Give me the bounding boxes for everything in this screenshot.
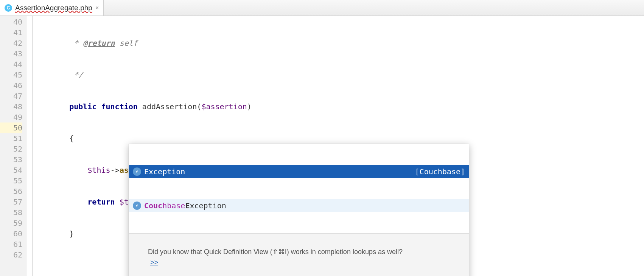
line-number: 44 (0, 59, 22, 70)
tab-filename: AssertionAggregate.php (15, 4, 92, 12)
completion-item[interactable]: CouchbaseException (129, 199, 469, 212)
line-number: 55 (0, 175, 22, 186)
line-number: 60 (0, 228, 22, 239)
editor-area: 4041424344454647484950515253545556575859… (0, 16, 644, 276)
line-number: 53 (0, 154, 22, 165)
fold-column (26, 16, 38, 276)
line-number: 48 (0, 101, 22, 112)
hint-text: Did you know that Quick Definition View … (148, 248, 403, 256)
close-tab-icon[interactable]: × (95, 5, 99, 11)
code-line: * @return self (38, 38, 644, 48)
line-number: 41 (0, 27, 22, 38)
code-line: { (38, 133, 644, 144)
completion-item-name: Exception (144, 166, 185, 177)
line-number: 51 (0, 133, 22, 144)
line-number: 59 (0, 218, 22, 228)
line-number: 43 (0, 48, 22, 59)
line-number: 47 (0, 91, 22, 101)
line-number: 46 (0, 80, 22, 91)
line-number-gutter: 4041424344454647484950515253545556575859… (0, 16, 26, 276)
completion-popup: Exception [Couchbase] CouchbaseException… (129, 144, 469, 276)
line-number: 58 (0, 207, 22, 218)
class-badge-icon (133, 202, 141, 210)
completion-item-name: CouchbaseException (144, 200, 226, 211)
line-number: 45 (0, 70, 22, 80)
code-line: public function addAssertion($assertion) (38, 101, 644, 112)
line-number: 49 (0, 112, 22, 122)
line-number: 61 (0, 239, 22, 250)
completion-hint: Did you know that Quick Definition View … (129, 233, 469, 276)
class-badge-icon (133, 167, 141, 176)
php-class-icon: C (5, 4, 12, 12)
tab-bar: C AssertionAggregate.php × (0, 0, 644, 16)
hint-more-link[interactable]: >> (150, 259, 158, 266)
line-number: 52 (0, 144, 22, 154)
line-number: 57 (0, 197, 22, 207)
completion-item-scope: [Couchbase] (415, 166, 465, 177)
line-number: 50 (0, 122, 22, 133)
line-number: 62 (0, 250, 22, 260)
line-number: 54 (0, 165, 22, 175)
line-number: 56 (0, 186, 22, 197)
editor-tab[interactable]: C AssertionAggregate.php × (0, 0, 104, 16)
completion-item-selected[interactable]: Exception [Couchbase] (129, 165, 469, 178)
line-number: 42 (0, 38, 22, 48)
code-line: */ (38, 70, 644, 80)
code-content[interactable]: * @return self */ public function addAss… (38, 16, 644, 276)
line-number: 40 (0, 17, 22, 27)
